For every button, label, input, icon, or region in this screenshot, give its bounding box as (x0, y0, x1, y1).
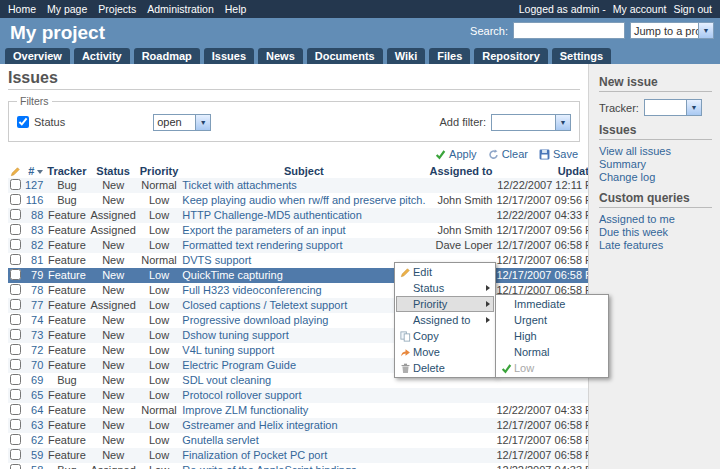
issue-checkbox[interactable] (10, 284, 21, 295)
context-menu-item-status[interactable]: Status (396, 280, 494, 296)
issue-checkbox[interactable] (10, 179, 21, 190)
context-menu-item-priority[interactable]: Priority (396, 296, 494, 312)
context-menu-item-move[interactable]: Move (396, 344, 494, 360)
issue-subject-link[interactable]: Re-write of the AppleScript bindings (182, 464, 356, 469)
issue-subject-link[interactable]: DVTS support (182, 254, 251, 266)
column-header-id[interactable]: # (23, 164, 45, 178)
issue-subject-link[interactable]: Formatted text rendering support (182, 239, 342, 251)
my-account-link[interactable]: My account (613, 3, 667, 15)
column-header-subject[interactable]: Subject (180, 164, 427, 178)
apply-button[interactable]: Apply (435, 148, 477, 160)
issue-checkbox[interactable] (10, 194, 21, 205)
issue-subject-link[interactable]: Gnutella servlet (182, 434, 258, 446)
top-menu-item-home[interactable]: Home (8, 3, 36, 15)
column-header-assigned[interactable]: Assigned to (427, 164, 494, 178)
issue-checkbox[interactable] (10, 344, 21, 355)
issue-checkbox[interactable] (10, 254, 21, 265)
issue-id-link[interactable]: 69 (31, 374, 43, 386)
issue-checkbox[interactable] (10, 224, 21, 235)
issue-checkbox[interactable] (10, 389, 21, 400)
issue-checkbox[interactable] (10, 419, 21, 430)
issue-id-link[interactable]: 79 (31, 269, 43, 281)
issue-checkbox[interactable] (10, 239, 21, 250)
issue-subject-link[interactable]: SDL vout cleaning (182, 374, 271, 386)
issue-subject-link[interactable]: V4L tuning support (182, 344, 274, 356)
issue-subject-link[interactable]: Dshow tuning support (182, 329, 288, 341)
context-menu-item-delete[interactable]: Delete (396, 360, 494, 376)
issue-subject-link[interactable]: Gstreamer and Helix integration (182, 419, 337, 431)
issue-id-link[interactable]: 59 (31, 449, 43, 461)
issue-subject-link[interactable]: Protocol rollover support (182, 389, 301, 401)
priority-option-urgent[interactable]: Urgent (497, 312, 607, 328)
issue-checkbox[interactable] (10, 374, 21, 385)
issue-subject-link[interactable]: Full H323 videoconferencing (182, 284, 321, 296)
issue-id-link[interactable]: 64 (31, 404, 43, 416)
sidebar-link-due-this-week[interactable]: Due this week (599, 226, 712, 239)
issue-subject-link[interactable]: Keep playing audio when rw/ff and preser… (182, 194, 425, 206)
top-menu-item-help[interactable]: Help (225, 3, 247, 15)
issue-id-link[interactable]: 58 (31, 464, 43, 469)
issue-id-link[interactable]: 62 (31, 434, 43, 446)
issue-checkbox[interactable] (10, 404, 21, 415)
column-header-tracker[interactable]: Tracker (45, 164, 88, 178)
column-header-status[interactable]: Status (89, 164, 138, 178)
status-filter-checkbox[interactable] (17, 116, 29, 128)
tab-documents[interactable]: Documents (307, 48, 383, 64)
project-jump-select[interactable]: Jump to a project... ▼ (630, 22, 714, 39)
issue-subject-link[interactable]: QuickTime capturing (182, 269, 282, 281)
issue-id-link[interactable]: 70 (31, 359, 43, 371)
tab-overview[interactable]: Overview (5, 48, 70, 64)
issue-checkbox[interactable] (10, 464, 21, 469)
issue-checkbox[interactable] (10, 299, 21, 310)
issue-id-link[interactable]: 63 (31, 419, 43, 431)
column-header-priority[interactable]: Priority (138, 164, 181, 178)
issue-subject-link[interactable]: Improve ZLM functionality (182, 404, 308, 416)
issue-subject-link[interactable]: Export the parameters of an input (182, 224, 345, 236)
save-button[interactable]: Save (539, 148, 578, 160)
tab-wiki[interactable]: Wiki (387, 48, 426, 64)
issue-checkbox[interactable] (10, 449, 21, 460)
priority-option-normal[interactable]: Normal (497, 344, 607, 360)
tab-repository[interactable]: Repository (474, 48, 547, 64)
issue-checkbox[interactable] (10, 434, 21, 445)
issue-id-link[interactable]: 81 (31, 254, 43, 266)
search-input[interactable] (513, 22, 625, 39)
issue-checkbox[interactable] (10, 269, 21, 280)
top-menu-item-projects[interactable]: Projects (98, 3, 136, 15)
issue-id-link[interactable]: 82 (31, 239, 43, 251)
issue-subject-link[interactable]: Closed captions / Teletext support (182, 299, 347, 311)
issue-subject-link[interactable]: HTTP Challenge-MD5 authentication (182, 209, 362, 221)
issue-id-link[interactable]: 73 (31, 329, 43, 341)
context-menu-item-copy[interactable]: Copy (396, 328, 494, 344)
context-menu-item-assigned-to[interactable]: Assigned to (396, 312, 494, 328)
issue-id-link[interactable]: 65 (31, 389, 43, 401)
issue-id-link[interactable]: 83 (31, 224, 43, 236)
priority-option-immediate[interactable]: Immediate (497, 296, 607, 312)
issue-id-link[interactable]: 116 (26, 194, 44, 206)
issue-checkbox[interactable] (10, 359, 21, 370)
tab-roadmap[interactable]: Roadmap (134, 48, 200, 64)
issue-checkbox[interactable] (10, 209, 21, 220)
sidebar-link-assigned-to-me[interactable]: Assigned to me (599, 213, 712, 226)
issue-subject-link[interactable]: Finalization of Pocket PC port (182, 449, 327, 461)
issue-id-link[interactable]: 77 (31, 299, 43, 311)
sidebar-link-view-all-issues[interactable]: View all issues (599, 145, 712, 158)
tab-news[interactable]: News (258, 48, 303, 64)
sign-out-link[interactable]: Sign out (673, 3, 712, 15)
issue-id-link[interactable]: 74 (31, 314, 43, 326)
issue-id-link[interactable]: 88 (31, 209, 43, 221)
priority-option-high[interactable]: High (497, 328, 607, 344)
status-filter-select[interactable]: open ▼ (153, 114, 211, 131)
top-menu-item-my-page[interactable]: My page (47, 3, 87, 15)
sidebar-link-change-log[interactable]: Change log (599, 171, 712, 184)
issue-checkbox[interactable] (10, 329, 21, 340)
clear-button[interactable]: Clear (488, 148, 528, 160)
tab-issues[interactable]: Issues (204, 48, 254, 64)
top-menu-item-administration[interactable]: Administration (147, 3, 214, 15)
issue-id-link[interactable]: 78 (31, 284, 43, 296)
tab-activity[interactable]: Activity (74, 48, 130, 64)
context-menu-item-edit[interactable]: Edit (396, 264, 494, 280)
issue-subject-link[interactable]: Electric Program Guide (182, 359, 296, 371)
sidebar-link-late-features[interactable]: Late features (599, 239, 712, 252)
issue-checkbox[interactable] (10, 314, 21, 325)
